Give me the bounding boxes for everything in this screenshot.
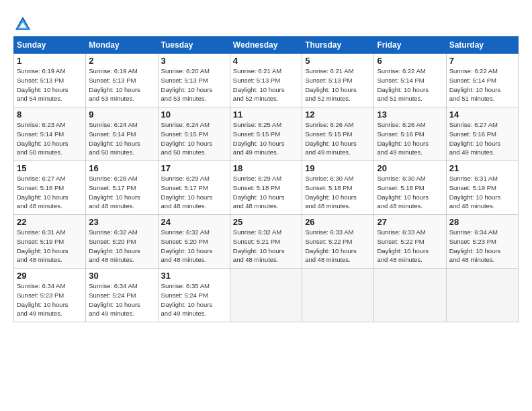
col-header-sunday: Sunday (14, 37, 86, 54)
day-number: 30 (89, 271, 154, 281)
calendar-cell: 21Sunrise: 6:31 AM Sunset: 5:19 PM Dayli… (446, 161, 518, 215)
day-number: 10 (161, 109, 227, 120)
day-number: 27 (377, 217, 443, 227)
calendar-cell: 22Sunrise: 6:31 AM Sunset: 5:19 PM Dayli… (14, 215, 86, 269)
day-number: 5 (305, 56, 371, 66)
day-number: 12 (305, 109, 371, 120)
day-info: Sunrise: 6:31 AM Sunset: 5:19 PM Dayligh… (449, 174, 515, 211)
day-number: 28 (449, 217, 515, 227)
col-header-monday: Monday (86, 37, 158, 54)
calendar-cell: 12Sunrise: 6:26 AM Sunset: 5:15 PM Dayli… (302, 107, 374, 161)
day-number: 2 (89, 56, 154, 66)
calendar-cell: 7Sunrise: 6:22 AM Sunset: 5:14 PM Daylig… (446, 54, 518, 107)
calendar-cell: 19Sunrise: 6:30 AM Sunset: 5:18 PM Dayli… (302, 161, 374, 215)
calendar-cell: 16Sunrise: 6:28 AM Sunset: 5:17 PM Dayli… (86, 161, 158, 215)
calendar-cell: 24Sunrise: 6:32 AM Sunset: 5:20 PM Dayli… (158, 215, 230, 269)
day-number: 17 (161, 163, 227, 173)
day-info: Sunrise: 6:26 AM Sunset: 5:15 PM Dayligh… (305, 120, 371, 157)
calendar-week-row: 29Sunrise: 6:34 AM Sunset: 5:23 PM Dayli… (14, 269, 519, 322)
calendar-cell: 2Sunrise: 6:19 AM Sunset: 5:13 PM Daylig… (86, 54, 158, 107)
calendar-header-row: SundayMondayTuesdayWednesdayThursdayFrid… (14, 37, 519, 54)
day-info: Sunrise: 6:24 AM Sunset: 5:14 PM Dayligh… (89, 120, 154, 157)
day-number: 9 (89, 109, 154, 120)
day-info: Sunrise: 6:31 AM Sunset: 5:19 PM Dayligh… (17, 228, 83, 265)
calendar-cell: 17Sunrise: 6:29 AM Sunset: 5:17 PM Dayli… (158, 161, 230, 215)
day-number: 29 (17, 271, 83, 281)
col-header-friday: Friday (374, 37, 446, 54)
day-number: 18 (233, 163, 299, 173)
calendar-week-row: 1Sunrise: 6:19 AM Sunset: 5:13 PM Daylig… (14, 54, 519, 107)
day-info: Sunrise: 6:19 AM Sunset: 5:13 PM Dayligh… (89, 66, 154, 103)
logo-icon (13, 15, 32, 34)
page-container: SundayMondayTuesdayWednesdayThursdayFrid… (0, 0, 532, 329)
day-info: Sunrise: 6:28 AM Sunset: 5:17 PM Dayligh… (89, 174, 154, 211)
calendar-week-row: 22Sunrise: 6:31 AM Sunset: 5:19 PM Dayli… (14, 215, 519, 269)
col-header-tuesday: Tuesday (158, 37, 230, 54)
day-info: Sunrise: 6:35 AM Sunset: 5:24 PM Dayligh… (161, 281, 227, 318)
calendar-cell: 11Sunrise: 6:25 AM Sunset: 5:15 PM Dayli… (230, 107, 302, 161)
day-info: Sunrise: 6:23 AM Sunset: 5:14 PM Dayligh… (17, 120, 83, 157)
day-info: Sunrise: 6:29 AM Sunset: 5:17 PM Dayligh… (161, 174, 227, 211)
calendar-cell: 4Sunrise: 6:21 AM Sunset: 5:13 PM Daylig… (230, 54, 302, 107)
calendar-cell: 26Sunrise: 6:33 AM Sunset: 5:22 PM Dayli… (302, 215, 374, 269)
col-header-saturday: Saturday (446, 37, 518, 54)
day-number: 7 (449, 56, 515, 66)
calendar-cell: 18Sunrise: 6:29 AM Sunset: 5:18 PM Dayli… (230, 161, 302, 215)
calendar-cell: 29Sunrise: 6:34 AM Sunset: 5:23 PM Dayli… (14, 269, 86, 322)
calendar-cell: 1Sunrise: 6:19 AM Sunset: 5:13 PM Daylig… (14, 54, 86, 107)
day-info: Sunrise: 6:33 AM Sunset: 5:22 PM Dayligh… (377, 228, 443, 265)
day-info: Sunrise: 6:32 AM Sunset: 5:20 PM Dayligh… (89, 228, 154, 265)
day-number: 8 (17, 109, 83, 120)
day-info: Sunrise: 6:30 AM Sunset: 5:18 PM Dayligh… (377, 174, 443, 211)
day-number: 21 (449, 163, 515, 173)
day-info: Sunrise: 6:32 AM Sunset: 5:21 PM Dayligh… (233, 228, 299, 265)
day-number: 16 (89, 163, 154, 173)
day-info: Sunrise: 6:20 AM Sunset: 5:13 PM Dayligh… (161, 66, 227, 103)
header-row (13, 12, 519, 34)
day-number: 26 (305, 217, 371, 227)
day-number: 14 (449, 109, 515, 120)
calendar-week-row: 8Sunrise: 6:23 AM Sunset: 5:14 PM Daylig… (14, 107, 519, 161)
calendar-cell: 9Sunrise: 6:24 AM Sunset: 5:14 PM Daylig… (86, 107, 158, 161)
day-info: Sunrise: 6:27 AM Sunset: 5:16 PM Dayligh… (449, 120, 515, 157)
day-info: Sunrise: 6:25 AM Sunset: 5:15 PM Dayligh… (233, 120, 299, 157)
day-number: 1 (17, 56, 83, 66)
calendar-cell: 6Sunrise: 6:22 AM Sunset: 5:14 PM Daylig… (374, 54, 446, 107)
calendar-cell: 13Sunrise: 6:26 AM Sunset: 5:16 PM Dayli… (374, 107, 446, 161)
calendar-cell: 5Sunrise: 6:21 AM Sunset: 5:13 PM Daylig… (302, 54, 374, 107)
day-number: 4 (233, 56, 299, 66)
day-info: Sunrise: 6:33 AM Sunset: 5:22 PM Dayligh… (305, 228, 371, 265)
calendar-cell: 27Sunrise: 6:33 AM Sunset: 5:22 PM Dayli… (374, 215, 446, 269)
day-info: Sunrise: 6:24 AM Sunset: 5:15 PM Dayligh… (161, 120, 227, 157)
calendar-cell: 14Sunrise: 6:27 AM Sunset: 5:16 PM Dayli… (446, 107, 518, 161)
calendar-cell: 20Sunrise: 6:30 AM Sunset: 5:18 PM Dayli… (374, 161, 446, 215)
day-number: 6 (377, 56, 443, 66)
day-number: 11 (233, 109, 299, 120)
calendar-cell: 31Sunrise: 6:35 AM Sunset: 5:24 PM Dayli… (158, 269, 230, 322)
calendar-cell (230, 269, 302, 322)
day-info: Sunrise: 6:21 AM Sunset: 5:13 PM Dayligh… (233, 66, 299, 103)
day-number: 20 (377, 163, 443, 173)
day-info: Sunrise: 6:21 AM Sunset: 5:13 PM Dayligh… (305, 66, 371, 103)
day-info: Sunrise: 6:34 AM Sunset: 5:23 PM Dayligh… (17, 281, 83, 318)
day-number: 23 (89, 217, 154, 227)
day-info: Sunrise: 6:29 AM Sunset: 5:18 PM Dayligh… (233, 174, 299, 211)
calendar-week-row: 15Sunrise: 6:27 AM Sunset: 5:16 PM Dayli… (14, 161, 519, 215)
col-header-wednesday: Wednesday (230, 37, 302, 54)
day-number: 3 (161, 56, 227, 66)
calendar-cell: 25Sunrise: 6:32 AM Sunset: 5:21 PM Dayli… (230, 215, 302, 269)
calendar-cell (446, 269, 518, 322)
calendar-cell (302, 269, 374, 322)
day-info: Sunrise: 6:34 AM Sunset: 5:23 PM Dayligh… (449, 228, 515, 265)
calendar-cell: 30Sunrise: 6:34 AM Sunset: 5:24 PM Dayli… (86, 269, 158, 322)
day-info: Sunrise: 6:27 AM Sunset: 5:16 PM Dayligh… (17, 174, 83, 211)
calendar-cell: 8Sunrise: 6:23 AM Sunset: 5:14 PM Daylig… (14, 107, 86, 161)
day-info: Sunrise: 6:22 AM Sunset: 5:14 PM Dayligh… (377, 66, 443, 103)
day-info: Sunrise: 6:30 AM Sunset: 5:18 PM Dayligh… (305, 174, 371, 211)
calendar-cell: 15Sunrise: 6:27 AM Sunset: 5:16 PM Dayli… (14, 161, 86, 215)
day-info: Sunrise: 6:26 AM Sunset: 5:16 PM Dayligh… (377, 120, 443, 157)
day-number: 31 (161, 271, 227, 281)
calendar-cell: 23Sunrise: 6:32 AM Sunset: 5:20 PM Dayli… (86, 215, 158, 269)
day-info: Sunrise: 6:34 AM Sunset: 5:24 PM Dayligh… (89, 281, 154, 318)
day-info: Sunrise: 6:22 AM Sunset: 5:14 PM Dayligh… (449, 66, 515, 103)
